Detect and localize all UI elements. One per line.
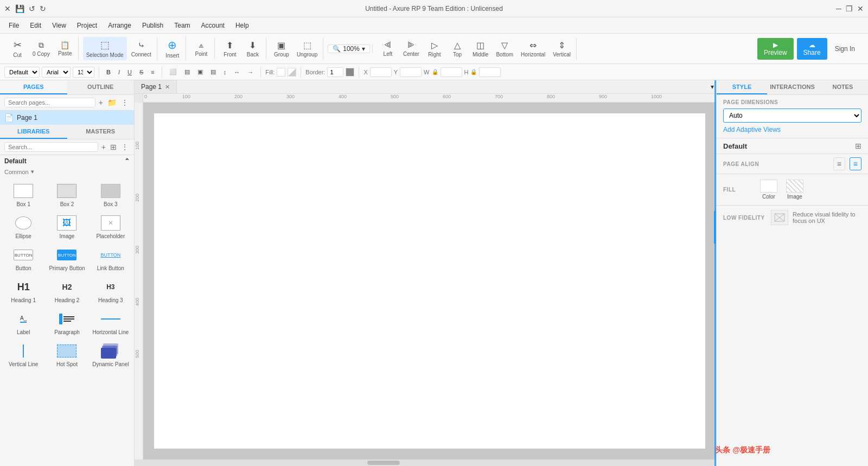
align-left-button[interactable]: ⫷ Left (377, 38, 399, 59)
ungroup-button[interactable]: ⬚ Ungroup (293, 38, 321, 60)
fill-color-preview[interactable] (277, 68, 285, 76)
lib-add-button[interactable]: + (100, 142, 107, 152)
border-color-preview[interactable] (346, 68, 354, 76)
style-options-icon[interactable]: ⊞ (855, 142, 861, 150)
strikethrough-button[interactable]: S (137, 68, 146, 76)
w-input[interactable] (441, 67, 462, 77)
point-button[interactable]: ⟁ Point (190, 38, 212, 59)
font-select[interactable]: Arial (42, 67, 71, 78)
widget-vline[interactable]: Vertical Line (2, 340, 44, 371)
border-width-input[interactable] (327, 67, 343, 77)
menu-edit[interactable]: Edit (25, 20, 46, 31)
tab-close-icon[interactable]: ✕ (165, 84, 170, 91)
fill-opacity-preview[interactable] (288, 68, 296, 76)
tab-notes[interactable]: NOTES (818, 80, 868, 94)
widget-h2[interactable]: H2 Heading 2 (46, 276, 88, 307)
align-justify-text-button[interactable]: ▤ (208, 67, 219, 76)
distribute-v-button[interactable]: ⇕ Vertical (550, 38, 574, 60)
preview-button[interactable]: ▶ Preview (757, 38, 794, 60)
pages-search-input[interactable] (4, 98, 95, 107)
insert-button[interactable]: ⊕ Insert (162, 36, 183, 61)
menu-view[interactable]: View (48, 20, 71, 31)
selection-mode-button[interactable]: ⬚ Selection Mode (83, 37, 127, 60)
menu-arrange[interactable]: Arrange (104, 20, 136, 31)
page-item[interactable]: 📄 Page 1 (0, 111, 134, 125)
widget-label[interactable]: A_ Label (2, 308, 44, 339)
widget-placeholder[interactable]: ✕ Placeholder (90, 212, 132, 242)
align-middle-button[interactable]: ◫ Middle (469, 38, 492, 60)
widget-box2[interactable]: Box 2 (46, 180, 88, 210)
h-scrollbar[interactable] (135, 459, 716, 466)
add-folder-button[interactable]: 📁 (106, 97, 118, 108)
close-icon[interactable]: ✕ (857, 4, 864, 13)
widget-paragraph[interactable]: Paragraph (46, 308, 88, 339)
share-button[interactable]: ☁ Share (797, 38, 827, 60)
tab-outline[interactable]: OUTLINE (67, 80, 135, 94)
lib-collapse-icon[interactable]: ⌃ (124, 157, 130, 165)
widget-h1[interactable]: H1 Heading 1 (2, 276, 44, 307)
align-center-text-button[interactable]: ▤ (182, 67, 193, 76)
menu-publish[interactable]: Publish (138, 20, 168, 31)
copy-button[interactable]: ⧉ 0 Copy (29, 39, 53, 59)
page-dimensions-select[interactable]: Auto (723, 108, 861, 123)
cut-button[interactable]: ✂ Cut (7, 37, 28, 60)
front-button[interactable]: ⬆ Front (219, 38, 241, 60)
size-select[interactable]: 13 (73, 67, 94, 78)
menu-account[interactable]: Account (197, 20, 229, 31)
align-left-text-button[interactable]: ⬜ (167, 67, 180, 76)
widget-h3[interactable]: H3 Heading 3 (90, 276, 132, 307)
h-input[interactable] (479, 67, 501, 77)
widget-dynpanel[interactable]: Dynamic Panel (90, 340, 132, 371)
pages-more-button[interactable]: ⋮ (120, 97, 130, 108)
widget-box1[interactable]: Box 1 (2, 180, 44, 210)
widget-hotspot[interactable]: Hot Spot (46, 340, 88, 371)
zoom-control[interactable]: 🔍 100% ▾ (328, 44, 370, 53)
y-input[interactable] (400, 67, 422, 77)
line-spacing-button[interactable]: ↕ (221, 68, 229, 76)
align-right-button[interactable]: ▷ Right (424, 38, 445, 60)
tab-style[interactable]: STYLE (717, 80, 767, 94)
menu-help[interactable]: Help (231, 20, 253, 31)
canvas-viewport[interactable] (143, 103, 716, 459)
italic-button[interactable]: I (116, 68, 123, 76)
menu-team[interactable]: Team (170, 20, 194, 31)
menu-file[interactable]: File (4, 20, 23, 31)
widget-image[interactable]: 🖼 Image (46, 212, 88, 242)
underline-button[interactable]: U (125, 68, 135, 76)
align-center-button[interactable]: ⫸ Center (400, 38, 423, 59)
widget-hline[interactable]: Horizontal Line (90, 308, 132, 339)
redo-icon[interactable]: ↻ (40, 4, 46, 13)
tab-masters[interactable]: MASTERS (67, 125, 135, 139)
widget-button[interactable]: BUTTON Button (2, 244, 44, 275)
add-page-button[interactable]: + (98, 97, 104, 108)
canvas-tab-page1[interactable]: Page 1 ✕ (135, 80, 177, 93)
lock-aspect-icon[interactable]: 🔒 (432, 69, 438, 75)
back-button[interactable]: ⬇ Back (242, 38, 264, 60)
scrollbar-thumb[interactable] (367, 461, 400, 465)
connect-button[interactable]: ⤷ Connect (128, 38, 155, 60)
add-adaptive-views-link[interactable]: Add Adaptive Views (723, 126, 781, 133)
x-input[interactable] (370, 67, 392, 77)
bullets-button[interactable]: ≡ (148, 68, 157, 76)
align-right-text-button[interactable]: ▣ (195, 67, 206, 76)
lib-search-input[interactable] (4, 142, 98, 152)
group-button[interactable]: ▣ Group (271, 38, 292, 60)
bold-button[interactable]: B (104, 68, 113, 76)
align-center-page-button[interactable]: ≡ (850, 157, 861, 170)
widget-ellipse[interactable]: Ellipse (2, 212, 44, 242)
menu-project[interactable]: Project (73, 20, 101, 31)
paste-button[interactable]: 📋 Paste (54, 39, 76, 59)
fill-image-option[interactable]: Image (782, 177, 808, 202)
style-select[interactable]: Default (4, 67, 40, 78)
tab-interactions[interactable]: INTERACTIONS (767, 80, 818, 94)
maximize-icon[interactable]: ❐ (846, 4, 853, 13)
lib-more-button[interactable]: ⋮ (120, 142, 130, 152)
lock-h-icon[interactable]: 🔒 (470, 69, 477, 75)
widget-primary-button[interactable]: BUTTON Primary Button (46, 244, 88, 275)
align-left-page-button[interactable]: ≡ (833, 157, 845, 170)
widget-box3[interactable]: Box 3 (90, 180, 132, 210)
align-bottom-button[interactable]: ▽ Bottom (493, 38, 516, 60)
tab-libraries[interactable]: LIBRARIES (0, 125, 67, 139)
undo-icon[interactable]: ↺ (29, 4, 35, 13)
align-top-button[interactable]: △ Top (446, 38, 468, 60)
